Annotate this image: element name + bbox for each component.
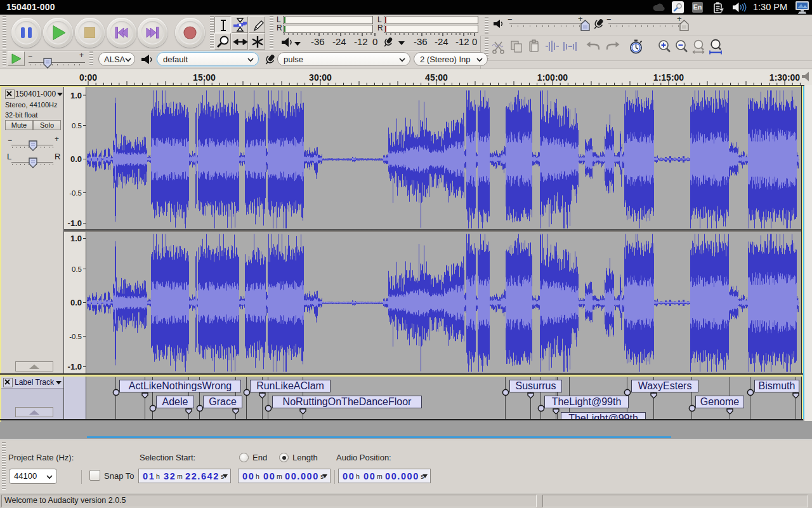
- svg-text:-1.0: -1.0: [68, 362, 82, 371]
- svg-text:1:30:00: 1:30:00: [769, 72, 800, 83]
- svg-text:0.5: 0.5: [72, 122, 82, 130]
- svg-text:0.0: 0.0: [70, 298, 82, 307]
- svg-text:1.0: 1.0: [70, 234, 82, 243]
- svg-text:0.0: 0.0: [70, 154, 82, 164]
- svg-text:45:00: 45:00: [425, 72, 448, 83]
- svg-text:0.5: 0.5: [72, 265, 82, 273]
- svg-text:30:00: 30:00: [309, 72, 332, 83]
- svg-text:0:00: 0:00: [79, 72, 97, 83]
- svg-text:1.0: 1.0: [70, 91, 82, 100]
- svg-text:15:00: 15:00: [193, 72, 216, 83]
- svg-text:-1.0: -1.0: [68, 218, 82, 228]
- svg-text:-0.5: -0.5: [69, 189, 82, 197]
- svg-text:-0.5: -0.5: [69, 333, 82, 340]
- svg-text:1:15:00: 1:15:00: [653, 72, 684, 83]
- svg-text:1:00:00: 1:00:00: [537, 72, 568, 83]
